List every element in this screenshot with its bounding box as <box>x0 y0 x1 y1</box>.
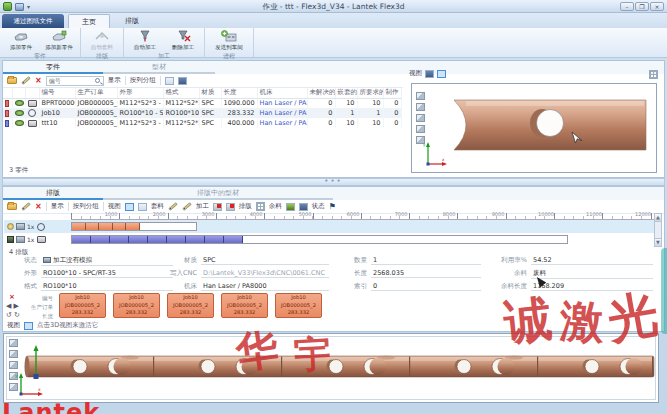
col-made[interactable]: 制作 <box>383 88 401 98</box>
edit-nest-icon[interactable] <box>21 202 31 211</box>
nest-segment[interactable] <box>129 236 148 243</box>
col-format[interactable]: 格式 <box>163 88 199 98</box>
auto-nest-icon[interactable] <box>182 202 192 211</box>
nest-segment[interactable] <box>113 223 127 230</box>
col-required[interactable]: 所要求的 <box>357 88 383 98</box>
scroll-down-icon[interactable]: ▼ <box>655 238 661 246</box>
detail-view-icon[interactable] <box>138 203 147 211</box>
nest-segment[interactable] <box>224 236 243 243</box>
show-button[interactable]: 显示 <box>108 76 121 85</box>
restore-button[interactable]: ❐ <box>635 2 649 11</box>
col-machine[interactable]: 机床 <box>257 88 307 98</box>
edit-icon[interactable] <box>21 76 31 85</box>
send-to-workshop-button[interactable]: 发送到车间 <box>208 29 250 52</box>
view-cube-icon[interactable] <box>416 125 425 133</box>
remove-machining-icon[interactable] <box>226 203 235 211</box>
col-order[interactable]: 生产订单 <box>75 88 117 98</box>
tab-profiles[interactable]: 型材 <box>103 61 215 74</box>
part-3d-viewport[interactable]: xy <box>411 83 657 173</box>
view-cube-icon[interactable] <box>9 339 18 347</box>
prev-card-icon[interactable]: ◀ ▶ <box>6 302 19 310</box>
delete-machining-button[interactable]: 删除加工 <box>165 29 201 52</box>
nest-bar-rect[interactable] <box>71 235 568 244</box>
search-icon[interactable] <box>95 78 100 83</box>
scroll-up-icon[interactable]: ▲ <box>655 214 661 222</box>
auto-nest-button[interactable]: 自动套料 <box>84 29 120 52</box>
panel-splitter[interactable]: ••• <box>2 178 665 186</box>
search-input[interactable] <box>49 77 93 84</box>
col-number[interactable]: 编号 <box>39 88 75 98</box>
nest-segment[interactable] <box>148 236 167 243</box>
minimize-button[interactable]: – <box>620 2 634 11</box>
nest-segment[interactable] <box>72 236 91 243</box>
new-nest-icon[interactable] <box>7 203 17 210</box>
group-by-button[interactable]: 按列分组 <box>73 202 99 211</box>
view-cube-icon[interactable] <box>416 103 425 111</box>
part-card[interactable]: Job10 JOB000005_2 283.332 <box>167 293 214 318</box>
tab-home[interactable]: 主页 <box>68 14 110 28</box>
view-cube-icon[interactable] <box>416 92 425 100</box>
col-shape[interactable]: 外形 <box>117 88 163 98</box>
part-card[interactable]: Job10 JOB000005_2 283.332 <box>59 293 106 318</box>
nest-row[interactable]: 1x <box>4 233 654 246</box>
zoom-view-icon[interactable] <box>9 361 18 369</box>
laser-head-icon <box>137 30 153 42</box>
tab-profiles-in-nest[interactable]: 排版中的型材 <box>103 187 333 200</box>
manual-nest-icon[interactable] <box>168 202 178 211</box>
chart-icon[interactable] <box>165 77 174 85</box>
solid-view-icon[interactable] <box>425 70 434 78</box>
nest-segment[interactable] <box>91 236 110 243</box>
nest-segment[interactable] <box>167 236 186 243</box>
nest-segment[interactable] <box>99 223 113 230</box>
delete-nest-icon[interactable]: × <box>35 203 42 211</box>
add-machining-icon[interactable] <box>213 203 222 211</box>
layout-table-icon[interactable] <box>256 202 265 211</box>
view-cube-icon[interactable] <box>9 350 18 358</box>
show-button[interactable]: 显示 <box>51 202 64 211</box>
nest-list-scrollbar[interactable]: ▲ ▼ <box>654 213 662 247</box>
list-view-icon[interactable] <box>125 203 134 211</box>
auto-machine-button[interactable]: 自动加工 <box>127 29 163 52</box>
remnant-length-label: 余料长度 <box>489 282 527 291</box>
close-button[interactable]: × <box>650 2 664 11</box>
table-row[interactable]: ttt10 JOB000005_4 M112*52*3 - SPC M112*5… <box>3 118 401 128</box>
part-card[interactable]: Job10 JOB000005_2 283.332 <box>221 293 268 318</box>
3d-view-icon[interactable] <box>24 322 33 330</box>
part-card[interactable]: Job10 JOB000005_2 283.332 <box>275 293 322 318</box>
tab-nests[interactable]: 排版 <box>3 187 103 200</box>
undo-redo-icons[interactable]: ↺ ↻ <box>6 311 20 319</box>
nest-segment[interactable] <box>126 223 140 230</box>
new-icon[interactable] <box>7 77 17 84</box>
nest-row[interactable]: 1x <box>4 220 654 233</box>
col-pending[interactable]: 未解决的 <box>307 88 335 98</box>
remnant-print-icon[interactable] <box>299 203 308 211</box>
file-menu-button[interactable]: 通过图纸文件 <box>2 14 64 28</box>
nest-bar-round[interactable] <box>71 222 197 231</box>
nest-segment[interactable] <box>205 236 224 243</box>
nest-segment[interactable] <box>110 236 129 243</box>
col-nested[interactable]: 嵌套的 <box>335 88 357 98</box>
remnant-icon[interactable] <box>286 203 295 211</box>
zoom-view-icon[interactable] <box>416 114 425 122</box>
add-part-button[interactable]: 添加零件 <box>3 29 39 52</box>
grid-icon[interactable] <box>649 70 658 79</box>
nest-3d-viewport[interactable]: xy <box>3 333 659 403</box>
nest-segment[interactable] <box>86 223 100 230</box>
group-by-button[interactable]: 按列分组 <box>130 76 156 85</box>
nest-ruler: 1000 2000 3000 4000 5000 6000 7000 8000 … <box>71 213 661 220</box>
table-row[interactable]: Job10 JOB000005_2 RO100*10 - SPC RO100*1… <box>3 108 401 118</box>
remove-card-icon[interactable]: × <box>9 293 15 301</box>
render-view-icon[interactable] <box>437 70 446 78</box>
col-length[interactable]: 长度 <box>221 88 257 98</box>
nest-segment[interactable] <box>186 236 205 243</box>
table-row[interactable]: BPRT000003 JOB000005_1 M112*52*3 - SPC M… <box>3 98 401 108</box>
delete-icon[interactable]: × <box>35 77 42 85</box>
part-card[interactable]: Job10 JOB000005_2 283.332 <box>113 293 160 318</box>
nest-segment[interactable] <box>72 223 86 230</box>
col-material[interactable]: 材质 <box>199 88 221 98</box>
stats-icon[interactable] <box>178 77 187 85</box>
add-new-part-button[interactable]: 添加新零件 <box>41 29 77 52</box>
tab-parts[interactable]: 零件 <box>3 61 103 74</box>
tab-nesting[interactable]: 排版 <box>114 14 150 28</box>
status-flag-icon[interactable]: ⚑ <box>329 203 336 211</box>
